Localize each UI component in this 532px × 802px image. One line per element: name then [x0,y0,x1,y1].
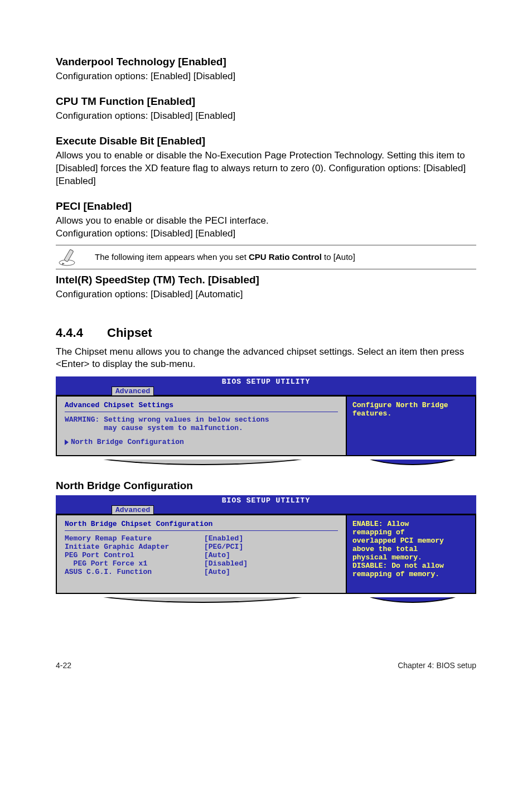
bios2-row0-k: Memory Remap Feature [65,534,204,543]
bios2-right-3: above the total [352,545,470,553]
bios2-row3-v: [Disabled] [204,559,248,568]
note-pre: The following item appears when you set [95,252,249,262]
bios2-right-panel: ENABLE: Allow remapping of overlapped PC… [346,514,476,594]
page-footer: 4-22 Chapter 4: BIOS setup [0,622,532,681]
bios2-tab-advanced: Advanced [112,505,154,514]
bios1-nav-item: North Bridge Configuration [65,438,338,446]
bios2-left-panel: North Bridge Chipset Configuration Memor… [56,514,346,594]
bios2-right-7: remapping of memory. [352,570,470,578]
bios2-row1-k: Initiate Graphic Adapter [65,543,204,551]
bios2-row2-k: PEG Port Control [65,551,204,559]
speedstep-body: Configuration options: [Disabled] [Autom… [56,288,476,301]
note-text: The following item appears when you set … [81,252,355,262]
note-bold: CPU Ratio Control [249,252,322,262]
pencil-note-icon [56,248,81,267]
chipset-num: 4.4.4 [56,326,107,340]
peci-body1: Allows you to enable or disable the PECI… [56,215,476,228]
cputm-body: Configuration options: [Disabled] [Enabl… [56,110,476,123]
bios2-right-2: overlapped PCI memory [352,537,470,545]
bios2-header: BIOS SETUP UTILITY [56,495,476,505]
bios2-right-6: DISABLE: Do not allow [352,562,470,570]
bios1-header: BIOS SETUP UTILITY [56,376,476,386]
bios2-left-title: North Bridge Chipset Configuration [65,520,338,528]
note-post: to [Auto] [322,252,355,262]
footer-right: Chapter 4: BIOS setup [398,661,476,670]
vanderpool-body: Configuration options: [Enabled] [Disabl… [56,70,476,83]
bios-box-chipset: BIOS SETUP UTILITY Advanced Advanced Chi… [56,376,476,456]
bios1-warn2: may cause system to malfunction. [65,424,338,432]
footer-left: 4-22 [56,661,71,670]
bios1-left-title: Advanced Chipset Settings [65,401,338,409]
cputm-title: CPU TM Function [Enabled] [56,95,476,108]
peci-title: PECI [Enabled] [56,200,476,212]
bios2-right-0: ENABLE: Allow [352,520,470,528]
xdbit-body: Allows you to enable or disable the No-E… [56,149,476,188]
note-row: The following item appears when you set … [56,245,476,269]
bios2-row0-v: [Enabled] [204,534,243,543]
bios1-left-panel: Advanced Chipset Settings WARMING: Setti… [56,395,346,456]
speedstep-title: Intel(R) SpeedStep (TM) Tech. [Disabled] [56,274,476,286]
northbridge-heading: North Bridge Configuration [56,480,476,492]
triangle-right-icon [65,439,69,445]
bios1-curve [56,460,476,467]
bios1-right2: features. [352,409,470,418]
chipset-heading: 4.4.4Chipset [56,326,476,340]
bios2-row2-v: [Auto] [204,551,230,559]
bios2-right-1: remapping of [352,528,470,537]
bios2-right-4: physical memory. [352,553,470,562]
svg-marker-2 [62,263,65,265]
bios-box-northbridge: BIOS SETUP UTILITY Advanced North Bridge… [56,495,476,594]
bios2-row4-k: ASUS C.G.I. Function [65,568,204,576]
xdbit-title: Execute Disable Bit [Enabled] [56,135,476,147]
bios1-warn1: WARMING: Setting wrong values in below s… [65,416,338,424]
bios2-row3-k: PEG Port Force x1 [65,559,204,568]
bios2-curve [56,597,476,605]
bios1-right-panel: Configure North Bridge features. [346,395,476,456]
chipset-title: Chipset [107,326,152,340]
bios2-row1-v: [PEG/PCI] [204,543,243,551]
bios1-tab-advanced: Advanced [112,386,154,395]
chipset-body: The Chipset menu allows you to change th… [56,346,476,371]
bios1-right1: Configure North Bridge [352,401,470,409]
bios2-row4-v: [Auto] [204,568,230,576]
bios1-nav-label: North Bridge Configuration [71,438,184,446]
vanderpool-title: Vanderpool Technology [Enabled] [56,56,476,68]
peci-body2: Configuration options: [Disabled] [Enabl… [56,228,476,240]
svg-rect-1 [64,249,74,262]
